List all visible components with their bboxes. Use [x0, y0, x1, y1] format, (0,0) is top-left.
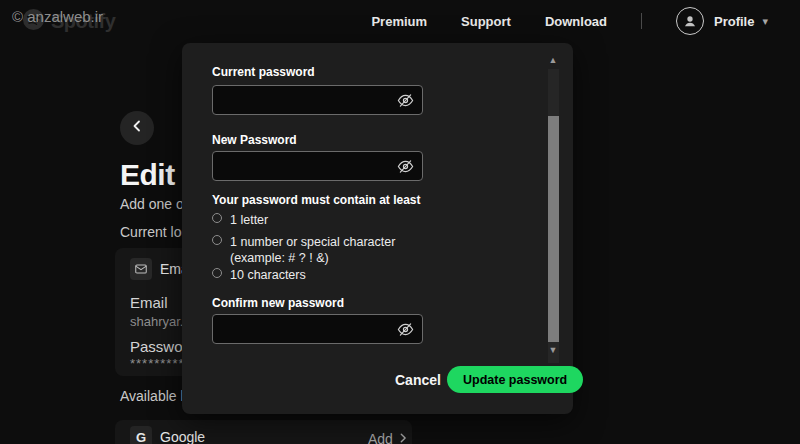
- scroll-down-icon[interactable]: ▼: [547, 345, 559, 355]
- cancel-button[interactable]: Cancel: [395, 372, 441, 388]
- password-requirements-header: Your password must contain at least: [212, 193, 421, 207]
- back-button[interactable]: [120, 111, 154, 145]
- requirement-text: 1 letter: [230, 212, 435, 228]
- back-chevron-icon: [130, 119, 144, 137]
- nav-premium[interactable]: Premium: [371, 14, 427, 29]
- chevron-down-icon: ▾: [762, 15, 768, 28]
- update-password-button[interactable]: Update password: [447, 366, 583, 393]
- watermark-text: © anzalweb.ir: [12, 8, 103, 25]
- current-password-input[interactable]: [212, 85, 423, 115]
- requirement-item: 10 characters: [212, 267, 442, 283]
- google-icon: G: [130, 426, 152, 444]
- eye-off-icon[interactable]: [394, 318, 416, 340]
- eye-off-icon[interactable]: [394, 89, 416, 111]
- requirement-text: 10 characters: [230, 267, 435, 283]
- new-password-label: New Password: [212, 133, 297, 147]
- current-password-label: Current password: [212, 65, 315, 79]
- confirm-password-label: Confirm new password: [212, 296, 344, 310]
- mail-icon: [130, 258, 152, 280]
- eye-off-icon[interactable]: [394, 155, 416, 177]
- scrollbar-track[interactable]: [548, 69, 559, 363]
- email-field-label: Email: [130, 294, 168, 311]
- requirement-indicator-circle: [212, 268, 222, 278]
- scroll-up-icon[interactable]: ▲: [547, 55, 559, 65]
- top-nav: Premium Support Download Profile ▾: [371, 0, 768, 42]
- google-add-button[interactable]: Add: [368, 431, 393, 444]
- nav-support[interactable]: Support: [461, 14, 511, 29]
- chevron-right-icon: [397, 430, 409, 444]
- user-avatar-icon: [676, 7, 704, 35]
- change-password-modal: Current password New Password Your passw…: [182, 43, 573, 414]
- requirement-text: 1 number or special character (example: …: [230, 234, 435, 266]
- requirement-item: 1 letter: [212, 212, 442, 228]
- google-login-row[interactable]: G Google Add: [115, 420, 412, 444]
- google-row-label: Google: [160, 429, 205, 444]
- google-initial: G: [136, 430, 146, 444]
- requirement-indicator-circle: [212, 213, 222, 223]
- nav-download[interactable]: Download: [545, 14, 607, 29]
- scrollbar-thumb[interactable]: [548, 116, 559, 342]
- spotify-account-page: © anzalweb.ir Spotify Premium Support Do…: [0, 0, 800, 444]
- requirement-item: 1 number or special character (example: …: [212, 234, 442, 266]
- requirement-indicator-circle: [212, 235, 222, 245]
- profile-menu[interactable]: Profile ▾: [676, 7, 768, 35]
- profile-label: Profile: [714, 14, 754, 29]
- nav-divider: [641, 13, 642, 29]
- confirm-password-input[interactable]: [212, 314, 423, 344]
- new-password-input[interactable]: [212, 151, 423, 181]
